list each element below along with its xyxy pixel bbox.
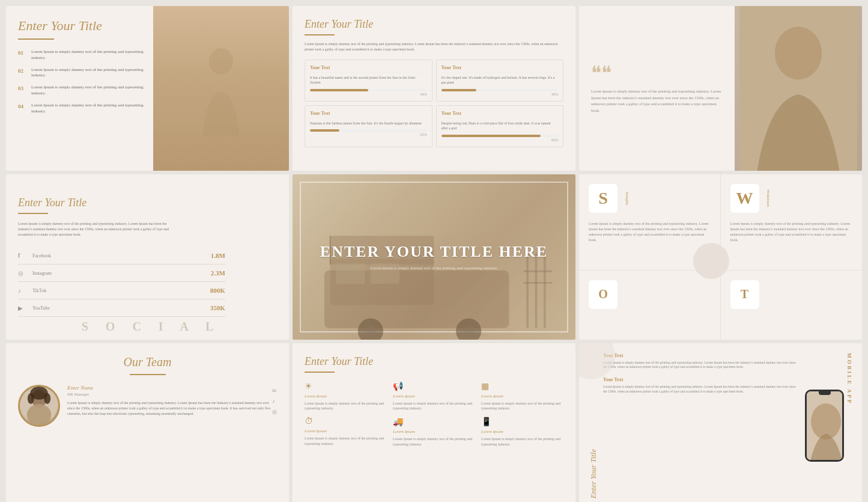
team-member: Enter Name HR Manager Lorem Ipsum is sim… bbox=[18, 385, 277, 427]
progress-label: 50% bbox=[310, 93, 427, 96]
card-title: Your Text bbox=[310, 111, 427, 118]
list-text: Lorem Ipsum is simply dummy text of the … bbox=[31, 85, 153, 97]
slide9-section-1: Your Text Lorem Ipsum is simply dummy te… bbox=[603, 353, 800, 370]
instagram-icon-sm: ◎ bbox=[272, 409, 277, 415]
svg-point-20 bbox=[27, 404, 51, 425]
slide9-s2-title: Your Text bbox=[603, 377, 800, 382]
swot-o-letter: O bbox=[598, 287, 608, 301]
slide9-inner: Enter Your Title Your Text Lorem Ipsum i… bbox=[579, 343, 862, 502]
feature-text: Lorem Ipsum is simply dummy text of the … bbox=[393, 436, 475, 447]
slide-9: Enter Your Title Your Text Lorem Ipsum i… bbox=[579, 343, 862, 502]
phone-mockup bbox=[805, 390, 844, 462]
clock-icon: ⏱ bbox=[305, 417, 387, 426]
social-count: 350K bbox=[210, 304, 225, 311]
slide-8: Enter Your Title ☀ Lorem Ipsum Lorem Ips… bbox=[293, 343, 575, 502]
svg-point-23 bbox=[44, 393, 50, 403]
swot-weaknesses: W Weaknesses Lorem Ipsum is simply dummy… bbox=[721, 174, 863, 271]
progress-bar bbox=[442, 135, 559, 137]
slide1-title: Enter Your Title bbox=[18, 18, 153, 34]
instagram-icon: ◎ bbox=[18, 270, 28, 277]
mobile-app-label: MOBILE APP bbox=[844, 353, 852, 498]
linkedin-icon: in bbox=[272, 387, 277, 393]
grid-icon: ▦ bbox=[481, 381, 563, 391]
slide-1: Enter Your Title 01 Lorem Ipsum is simpl… bbox=[6, 6, 289, 171]
member-role: HR Manager bbox=[67, 392, 272, 397]
list-num: 03 bbox=[18, 85, 31, 91]
list-text: Lorem Ipsum is simply dummy text of the … bbox=[31, 67, 153, 79]
svg-point-2 bbox=[775, 26, 822, 79]
progress-bar bbox=[310, 129, 427, 132]
slide9-s1-text: Lorem Ipsum is simply dummy text of the … bbox=[603, 361, 800, 370]
feature-4: ⏱ Lorem Ipsum Lorem Ipsum is simply dumm… bbox=[305, 417, 387, 447]
card-1: Your Text It has a beautiful name and is… bbox=[305, 60, 432, 102]
slide9-vertical-title: Enter Your Title bbox=[589, 353, 598, 498]
svg-point-22 bbox=[28, 393, 34, 403]
feature-6: 📱 Lorem Ipsum Lorem Ipsum is simply dumm… bbox=[481, 417, 563, 447]
feature-label: Lorem Ipsum bbox=[481, 394, 563, 399]
feature-text: Lorem Ipsum is simply dummy text of the … bbox=[481, 436, 563, 447]
card-3: Your Text Neptune is the farthest planet… bbox=[305, 105, 432, 147]
swot-strengths: S Strengths Lorem Ipsum is simply dummy … bbox=[579, 174, 721, 271]
swot-s-label: Strengths bbox=[626, 192, 630, 206]
member-social-icons: in ♪ ◎ bbox=[272, 385, 277, 415]
sun-icon: ☀ bbox=[305, 381, 387, 391]
list-item: 02 Lorem Ipsum is simply dummy text of t… bbox=[18, 67, 153, 79]
youtube-icon: ▶ bbox=[18, 305, 28, 311]
swot-s-box: S Strengths bbox=[589, 184, 618, 213]
feature-label: Lorem Ipsum bbox=[481, 429, 563, 434]
member-info: Enter Name HR Manager Lorem Ipsum is sim… bbox=[60, 385, 272, 417]
card-4: Your Text Despite being red, Mars is a c… bbox=[436, 105, 564, 147]
feature-label: Lorem Ipsum bbox=[305, 429, 387, 433]
social-name: TikTok bbox=[32, 288, 210, 293]
member-text: Lorem Ipsum is simply dummy text of the … bbox=[67, 400, 272, 417]
slide3-image bbox=[735, 6, 862, 171]
slide7-title: Our Team bbox=[124, 355, 172, 369]
social-rows: 𝐟 Facebook 1.8M ◎ Instagram 2.3M ♪ TikTo… bbox=[18, 247, 225, 317]
social-row-facebook: 𝐟 Facebook 1.8M bbox=[18, 247, 225, 265]
slide8-gold-line bbox=[305, 372, 335, 373]
slide7-gold-line bbox=[130, 374, 166, 375]
phone-screen bbox=[807, 391, 842, 460]
slide-2: Enter Your Title Lorem Ipsum is simply d… bbox=[293, 6, 575, 171]
slide9-s1-title: Your Text bbox=[603, 353, 800, 358]
social-name: Instagram bbox=[32, 271, 211, 276]
quote-icon: ❝❝ bbox=[591, 63, 723, 82]
card-title: Your Text bbox=[442, 65, 559, 73]
swot-t-letter: T bbox=[741, 287, 748, 301]
slide-7: Our Team Enter Name HR Manager Lorem Ips… bbox=[6, 343, 289, 502]
megaphone-icon: 📢 bbox=[393, 381, 475, 391]
card-text: Despite being red, Mars is a cold place … bbox=[442, 121, 559, 131]
slide9-text-col: Your Text Lorem Ipsum is simply dummy te… bbox=[603, 353, 800, 498]
feature-text: Lorem Ipsum is simply dummy text of the … bbox=[393, 401, 475, 411]
slide2-body: Lorem Ipsum is simply dummy text of the … bbox=[305, 41, 563, 52]
phone-notch bbox=[819, 391, 831, 395]
mobile-icon: 📱 bbox=[481, 417, 563, 427]
feature-text: Lorem Ipsum is simply dummy text of the … bbox=[305, 436, 387, 446]
slide-6: S Strengths Lorem Ipsum is simply dummy … bbox=[579, 174, 862, 339]
feature-label: Lorem Ipsum bbox=[393, 429, 475, 434]
progress-label: 30% bbox=[442, 93, 559, 96]
card-text: It has a beautiful name and is the secon… bbox=[310, 75, 427, 85]
slide-grid: Enter Your Title 01 Lorem Ipsum is simpl… bbox=[6, 6, 862, 502]
social-row-instagram: ◎ Instagram 2.3M bbox=[18, 265, 225, 282]
progress-label: 85% bbox=[442, 138, 559, 142]
features-grid: ☀ Lorem Ipsum Lorem Ipsum is simply dumm… bbox=[305, 381, 563, 447]
slide3-left: ❝❝ Lorem Ipsum is simply dummy text of t… bbox=[579, 6, 735, 171]
svg-point-0 bbox=[209, 48, 233, 75]
slide9-s2-text: Lorem Ipsum is simply dummy text of the … bbox=[603, 385, 800, 394]
facebook-icon: 𝐟 bbox=[18, 252, 28, 259]
list-item: 03 Lorem Ipsum is simply dummy text of t… bbox=[18, 85, 153, 97]
card-title: Your Text bbox=[310, 65, 427, 73]
slide2-cards: Your Text It has a beautiful name and is… bbox=[305, 60, 563, 147]
feature-text: Lorem Ipsum is simply dummy text of the … bbox=[305, 401, 387, 411]
social-count: 800K bbox=[210, 287, 225, 294]
list-num: 04 bbox=[18, 103, 31, 109]
slide1-image bbox=[153, 6, 289, 171]
swot-w-letter: W bbox=[736, 189, 753, 208]
swot-s-letter: S bbox=[598, 189, 608, 208]
slide4-gold-line bbox=[18, 213, 48, 214]
swot-t-box: T bbox=[730, 280, 759, 309]
card-text: It's the ringed one. It's made of hydrog… bbox=[442, 75, 559, 85]
quote-text: Lorem Ipsum is simply dummy text of the … bbox=[591, 88, 723, 114]
list-num: 01 bbox=[18, 50, 31, 56]
